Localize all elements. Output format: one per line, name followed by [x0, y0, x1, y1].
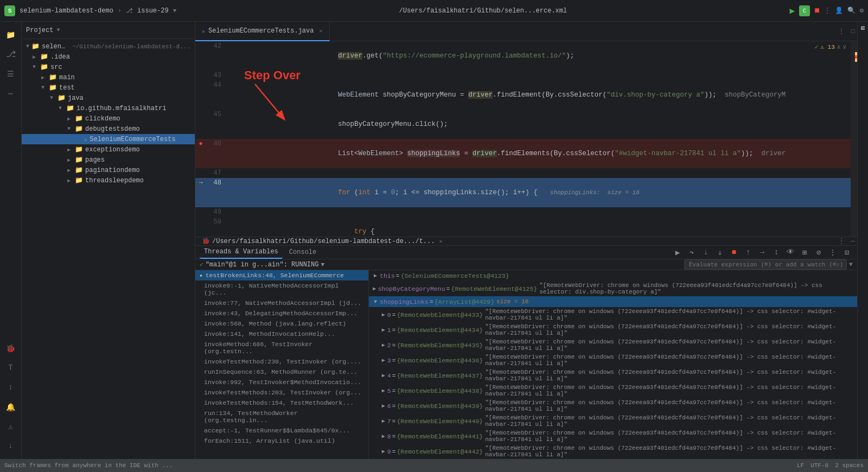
chevron-up-icon[interactable]: ∧: [837, 43, 841, 50]
var-expand-shoppinglinks[interactable]: ▼: [371, 297, 380, 306]
tab-close-button[interactable]: ✕: [319, 28, 322, 34]
profile-button[interactable]: 👤: [835, 7, 843, 15]
debug-panel-minimize[interactable]: —: [849, 238, 857, 245]
status-indent[interactable]: 2 spaces: [835, 462, 864, 469]
run-button[interactable]: ▶: [790, 5, 795, 16]
thread-item-6[interactable]: invokeMethod:686, TestInvoker (org.testn…: [195, 339, 368, 356]
var-expand-sl-1[interactable]: ▶: [380, 326, 387, 334]
debug-watches-btn[interactable]: 👁: [784, 246, 796, 258]
var-expand-sl-6[interactable]: ▶: [380, 401, 387, 410]
sidebar-icon-problems[interactable]: ⚠: [2, 418, 20, 435]
thread-item-1[interactable]: invoke0:-1, NativeMethodAccessorImpl (jc…: [195, 280, 368, 298]
tab-bar-more[interactable]: ⋮: [834, 27, 849, 35]
debug-more-btn[interactable]: ⋮: [827, 246, 839, 258]
debug-mute-btn[interactable]: ⊘: [813, 246, 825, 258]
eval-dropdown-icon[interactable]: ▼: [849, 261, 853, 269]
status-lf[interactable]: LF: [797, 462, 804, 469]
thread-item-10[interactable]: invokeTestMethods:203, TestInvoker (org.…: [195, 387, 368, 398]
var-row-sl-5[interactable]: ▶ 5 = {RemoteWebElement@4438} "[RemoteWe…: [369, 383, 857, 398]
tree-item-java[interactable]: ▼ 📁 java: [22, 93, 195, 103]
var-expand-sl-9[interactable]: ▶: [380, 447, 387, 456]
debug-console-tab[interactable]: Console: [285, 246, 321, 258]
search-button[interactable]: 🔍: [847, 7, 856, 15]
var-expand-sl-3[interactable]: ▶: [380, 356, 387, 365]
debug-run-to-cursor-btn[interactable]: →: [756, 246, 768, 258]
tree-item-idea[interactable]: ▶ 📁 .idea: [22, 52, 195, 62]
tree-item-package[interactable]: ▼ 📁 io.github.mfaisalkhatri: [22, 103, 195, 113]
settings-button[interactable]: ⚙: [860, 7, 864, 15]
debug-restore-layout-btn[interactable]: ⊞: [799, 246, 810, 258]
debug-tab-main[interactable]: 🐞 /Users/faisalkhatri/Github/selenium-la…: [195, 237, 449, 245]
stop-button[interactable]: ■: [814, 6, 820, 16]
sidebar-icon-debug[interactable]: 🐞: [2, 340, 20, 357]
thread-item-12[interactable]: run:134, TestMethodWorker (org.testng.in…: [195, 408, 368, 425]
tree-item-debugtestsdemo[interactable]: ▼ 📁 debugtestsdemo: [22, 124, 195, 134]
sidebar-icon-bottom[interactable]: ↓: [2, 437, 20, 455]
var-row-sl-0[interactable]: ▶ 0 = {RemoteWebElement@4433} "[RemoteWe…: [369, 307, 857, 322]
sidebar-icon-git[interactable]: ↕: [2, 379, 20, 396]
thread-item-3[interactable]: invoke:43, DelegatingMethodAccessorImp..…: [195, 308, 368, 318]
tab-bar-split[interactable]: □: [849, 28, 857, 35]
var-expand-sl-0[interactable]: ▶: [380, 310, 387, 319]
sidebar-icon-vcs[interactable]: ⎇: [2, 46, 20, 63]
var-row-this[interactable]: ▶ this = {SeleniumECommerceTests@4123}: [369, 270, 857, 281]
debug-force-step-into-btn[interactable]: ⇓: [714, 246, 726, 258]
var-row-sl-8[interactable]: ▶ 8 = {RemoteWebElement@4441} "[RemoteWe…: [369, 429, 857, 444]
thread-item-11[interactable]: invokeTestMethods:154, TestMethodWork...: [195, 398, 368, 408]
debug-step-out-btn[interactable]: ↑: [742, 246, 754, 258]
tree-item-root[interactable]: ▼ 📁 selenium-lambdatest-demo ~/Github/se…: [22, 41, 195, 52]
thread-item-9[interactable]: invoke:992, TestInvoker$MethodInvocatio.…: [195, 377, 368, 387]
sidebar-icon-notifications[interactable]: 🔔: [2, 398, 20, 416]
thread-item-14[interactable]: forEach:1511, ArrayList (java.util): [195, 436, 368, 446]
debug-step-over-btn[interactable]: ↷: [686, 246, 698, 258]
var-row-sl-6[interactable]: ▶ 6 = {RemoteWebElement@4439} "[RemoteWe…: [369, 398, 857, 413]
var-row-sl-9[interactable]: ▶ 9 = {RemoteWebElement@4442} "[RemoteWe…: [369, 444, 857, 459]
tree-item-src[interactable]: ▼ 📁 src: [22, 62, 195, 72]
tree-item-threadsleepdemo[interactable]: ▶ 📁 threadsleepdemo: [22, 175, 195, 186]
var-expand-sl-2[interactable]: ▶: [380, 341, 387, 349]
thread-filter-icon[interactable]: ▼: [321, 261, 324, 268]
tree-item-paginationdemo[interactable]: ▶ 📁 paginationdemo: [22, 165, 195, 175]
var-expand-sl-4[interactable]: ▶: [380, 371, 387, 380]
thread-item-7[interactable]: invokeTestMethod:230, TestInvoker (org..…: [195, 356, 368, 367]
tab-selenium-ecommerce[interactable]: ☕ SeleniumECommerceTests.java ✕: [195, 22, 330, 41]
var-row-shoppinglinks[interactable]: ▼ shoppingLinks = {ArrayList@4429} size …: [369, 296, 857, 307]
chevron-down-icon2[interactable]: ∨: [843, 43, 846, 50]
eval-input[interactable]: [684, 259, 847, 270]
tree-item-selenium-ecommerce[interactable]: ☕ SeleniumECommerceTests: [22, 134, 195, 144]
debug-stop-btn[interactable]: ■: [728, 246, 740, 258]
thread-item-5[interactable]: invoke:141, MethodInvocationHelp...: [195, 329, 368, 339]
status-encoding[interactable]: UTF-8: [810, 462, 828, 469]
more-button[interactable]: ⋮: [824, 7, 831, 15]
thread-item-4[interactable]: invoke:568, Method (java.lang.reflect): [195, 318, 368, 329]
debug-eval-btn[interactable]: ↕: [770, 246, 782, 258]
debug-session-more[interactable]: ⋮: [834, 237, 849, 245]
var-row-shopbycategorymenu[interactable]: ▶ shopByCategoryMenu = {RemoteWebElement…: [369, 281, 857, 296]
var-row-sl-1[interactable]: ▶ 1 = {RemoteWebElement@4434} "[RemoteWe…: [369, 322, 857, 337]
coverage-button[interactable]: C: [799, 5, 810, 16]
var-row-sl-3[interactable]: ▶ 3 = {RemoteWebElement@4436} "[RemoteWe…: [369, 353, 857, 368]
thread-item-13[interactable]: accept:-1, TestRunner$$Lambda$645/0x...: [195, 425, 368, 436]
sidebar-icon-terminal[interactable]: T: [2, 359, 20, 377]
var-expand-sl-7[interactable]: ▶: [380, 417, 387, 425]
thread-item-2[interactable]: invoke:77, NativeMethodAccessorImpl (jd.…: [195, 298, 368, 308]
debug-threads-tab[interactable]: Threads & Variables: [200, 246, 283, 259]
debug-resume-btn[interactable]: ▶: [672, 246, 684, 258]
var-row-sl-2[interactable]: ▶ 2 = {RemoteWebElement@4435} "[RemoteWe…: [369, 337, 857, 353]
debug-session-close[interactable]: ✕: [439, 238, 442, 245]
sidebar-icon-project[interactable]: 📁: [2, 26, 20, 43]
thread-item-0[interactable]: ▸ testBrokenLinks:48, SeleniumECommerce: [195, 270, 368, 280]
tree-item-test[interactable]: ▼ 📁 test: [22, 82, 195, 93]
tree-item-exceptionsdemo[interactable]: ▶ 📁 exceptionsdemo: [22, 144, 195, 155]
right-toolbar-m[interactable]: m: [859, 24, 867, 32]
debug-step-into-btn[interactable]: ↓: [700, 246, 712, 258]
tree-item-pages[interactable]: ▶ 📁 pages: [22, 155, 195, 165]
thread-item-8[interactable]: runInSequence:63, MethodRunner (org.te..…: [195, 367, 368, 377]
var-expand-sl-5[interactable]: ▶: [380, 386, 387, 395]
code-editor[interactable]: ✓ ⚠ 13 ∧ ∨ Step Over: [195, 41, 857, 237]
debug-panel-expand[interactable]: ⊡: [841, 246, 853, 258]
tree-item-main[interactable]: ▶ 📁 main: [22, 72, 195, 82]
var-expand-sl-8[interactable]: ▶: [380, 432, 387, 441]
var-row-sl-7[interactable]: ▶ 7 = {RemoteWebElement@4440} "[RemoteWe…: [369, 413, 857, 429]
var-expand-this[interactable]: ▶: [371, 271, 380, 280]
